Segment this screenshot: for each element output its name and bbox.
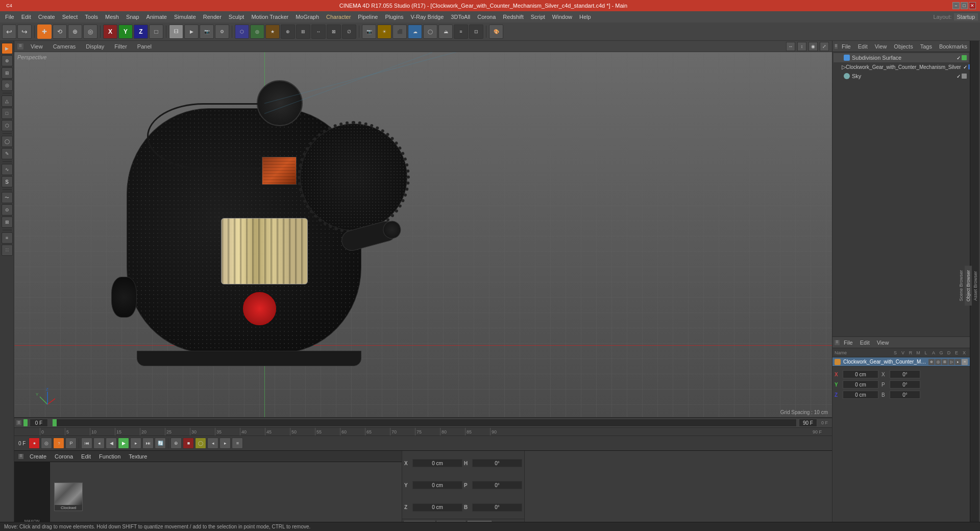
emitter-button[interactable]: ≡ [454,25,468,39]
next-keyframe-button[interactable]: ▸ [219,438,231,449]
end-frame-input[interactable]: 90 F [799,419,817,427]
paint-mode-button[interactable]: ✎ [2,148,13,159]
menu-render[interactable]: Render [200,13,225,21]
selected-obj-row[interactable]: Clockwork_Gear_with_Counter_Mechanism_Si… [832,357,970,367]
coord-x-value[interactable]: 0 cm [412,459,462,467]
environment-button[interactable]: ◯ [423,25,437,39]
maximize-button[interactable]: □ [961,2,968,9]
wave-button[interactable]: 〜 [2,192,13,203]
edges-mode-button[interactable]: ⊞ [2,67,13,79]
viewport-filter-menu[interactable]: Filter [111,43,130,50]
prev-keyframe-button[interactable]: ◂ [207,438,218,449]
viewport-cameras-menu[interactable]: Cameras [50,43,79,50]
undo-button[interactable]: ↩ [2,25,16,39]
render-to-picture-viewer-button[interactable]: 🎞 [169,25,183,39]
rpanel-bottom-view[interactable]: View [874,339,892,346]
timeline-slider[interactable] [52,419,797,427]
scale-button[interactable]: ⊕ [68,25,82,39]
render-settings-button[interactable]: ⚙ [215,25,229,39]
model-mode-button[interactable]: ▶ [2,43,13,54]
camera-button[interactable]: 📷 [362,25,376,39]
obj-row-gear[interactable]: ▷ Clockwork_Gear_with_Counter_Mechanism_… [834,62,969,71]
side-tab-scene[interactable]: Scene Browser [958,266,965,305]
menu-mesh[interactable]: Mesh [102,13,122,21]
material-corona-tab[interactable]: Corona [53,453,75,460]
viewport-icon-3[interactable]: ◉ [808,42,818,51]
menu-simulate[interactable]: Simulate [171,13,199,21]
attr-z-rot-input[interactable]: 0° [890,391,920,399]
rpanel-view-tab[interactable]: View [872,43,890,50]
points-mode-button[interactable]: ⊕ [2,55,13,66]
sky-button[interactable]: ☁ [408,25,422,39]
dots-button[interactable]: ∷ [2,245,13,256]
material-edit-tab[interactable]: Edit [79,453,93,460]
floor-button[interactable]: ⬛ [393,25,407,39]
menu-plugins[interactable]: Plugins [382,13,406,21]
loop-button[interactable]: 🔄 [155,438,166,449]
interactive-render-button[interactable]: ▶ [184,25,199,39]
subdivision-button[interactable]: ◎ [250,25,264,39]
material-create-tab[interactable]: Create [28,453,48,460]
rpanel-bottom-file[interactable]: File [841,339,856,346]
record-button[interactable]: ● [29,438,40,449]
viewport-icon-1[interactable]: ↔ [786,42,795,51]
menu-animate[interactable]: Animate [143,13,170,21]
texture-mode-button[interactable]: □ [2,108,13,119]
boolean-button[interactable]: ⊕ [281,25,295,39]
live-selection-button[interactable]: ✚ [37,25,52,39]
menu-redshift[interactable]: Redshift [500,13,526,21]
viewport-icon-2[interactable]: ↕ [797,42,806,51]
coord-p-value[interactable]: 0° [472,481,522,489]
checker-button[interactable]: ⊠ [2,216,13,228]
landscape-button[interactable]: ⛰ [438,25,453,39]
delete-keyframe-button[interactable]: ■ [183,438,194,449]
snap-mode-button[interactable]: ◯ [2,136,13,147]
menu-motion-tracker[interactable]: Motion Tracker [248,13,291,21]
menu-corona[interactable]: Corona [474,13,499,21]
sculpt-mode-button[interactable]: ∿ [2,164,13,175]
z-axis-button[interactable]: Z [134,25,148,39]
object-button[interactable]: ⬡ [235,25,249,39]
menu-help[interactable]: Help [576,13,594,21]
s-letter-button[interactable]: S [2,176,13,187]
rpanel-tags-tab[interactable]: Tags [917,43,935,50]
rpanel-edit-tab[interactable]: Edit [855,43,871,50]
menu-vray[interactable]: V-Ray Bridge [408,13,447,21]
menu-tools[interactable]: Tools [82,13,101,21]
autokey-button[interactable]: ◎ [41,438,52,449]
redo-button[interactable]: ↪ [17,25,32,39]
viewport-view-menu[interactable]: View [28,43,46,50]
workplane-button[interactable]: ⬡ [2,120,13,131]
side-tab-object[interactable]: Object Browser [965,266,972,306]
material-thumb-1[interactable]: Clockwd [54,482,83,511]
symmetry-button[interactable]: ↔ [311,25,326,39]
light-button[interactable]: ☀ [377,25,391,39]
obj-row-subdivision[interactable]: Subdivision Surface ✓ [834,53,969,62]
menu-script[interactable]: Script [528,13,548,21]
menu-3dtoall[interactable]: 3DToAll [448,13,473,21]
attr-z-pos-input[interactable]: 0 cm [843,391,878,399]
close-button[interactable]: ✕ [969,2,976,9]
polygons-mode-button[interactable]: ◎ [2,80,13,91]
coord-z-value[interactable]: 0 cm [412,503,462,512]
side-tab-asset[interactable]: Asset Browser [972,267,979,305]
attr-x-rot-input[interactable]: 0° [890,370,920,378]
attr-x-pos-input[interactable]: 0 cm [843,370,878,378]
viewport-display-menu[interactable]: Display [83,43,107,50]
play-back-button[interactable]: ◀ [106,438,117,449]
coord-b-value[interactable]: 0° [472,503,522,512]
viewport-icon-4[interactable]: ⤢ [820,42,829,51]
render-region-button[interactable]: 📷 [200,25,214,39]
grid-button[interactable]: ≡ [2,232,13,244]
menu-mograph[interactable]: MoGraph [292,13,322,21]
material-function-tab[interactable]: Function [97,453,122,460]
material-texture-tab[interactable]: Texture [127,453,149,460]
rpanel-bookmarks-tab[interactable]: Bookmarks [936,43,970,50]
menu-character[interactable]: Character [323,13,354,21]
object-axis-button[interactable]: △ [2,95,13,107]
goto-start-button[interactable]: ⏮ [81,438,92,449]
null-button[interactable]: ∅ [342,25,356,39]
viewport-panel-menu[interactable]: Panel [134,43,155,50]
display-btn[interactable]: 🎨 [489,25,503,39]
menu-pipeline[interactable]: Pipeline [355,13,381,21]
